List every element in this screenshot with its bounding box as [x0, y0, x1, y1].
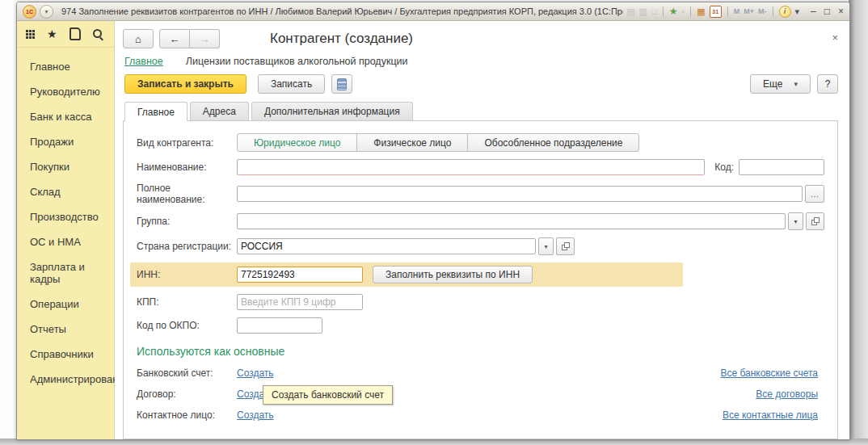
sidebar-item-prodazhi[interactable]: Продажи	[17, 129, 114, 154]
sidebar-item-otchety[interactable]: Отчеты	[17, 317, 114, 342]
breadcrumb: Главное Лицензии поставщиков алкогольной…	[124, 56, 838, 67]
tab-glavnoe[interactable]: Главное	[124, 102, 188, 121]
okpo-label: Код по ОКПО:	[137, 320, 237, 331]
sidebar-item-operacii[interactable]: Операции	[17, 292, 114, 317]
create-contact-person-link[interactable]: Создать	[237, 409, 274, 421]
group-dropdown-icon[interactable]: ▾	[788, 212, 803, 230]
tab-dop-informaciya[interactable]: Дополнительная информация	[251, 102, 413, 120]
database-button[interactable]	[331, 74, 352, 94]
history-nav: ← →	[159, 29, 220, 48]
history-icon[interactable]	[70, 27, 81, 40]
more-button-label: Еще	[763, 78, 782, 90]
save-button[interactable]: Записать	[258, 74, 325, 94]
all-contact-persons-link[interactable]: Все контактные лица	[723, 409, 818, 421]
page-title: Контрагент (создание)	[270, 31, 413, 47]
sidebar-item-sklad[interactable]: Склад	[17, 179, 114, 204]
titlebar-toolbar: ▤ ▥ □ ★ ▫ ▦ 31 M M+ M- i ▾	[626, 6, 799, 18]
more-button[interactable]: Еще ▾	[750, 74, 811, 94]
main-usage-heading: Используются как основные	[137, 345, 824, 358]
group-row: Группа: ▾	[137, 212, 824, 230]
country-field[interactable]	[237, 238, 536, 254]
favorites-icon[interactable]: ★	[47, 28, 57, 40]
toolbar-separator	[663, 6, 664, 17]
sidebar-item-administrirovanie[interactable]: Администрирование	[17, 367, 114, 392]
forward-button: →	[190, 29, 220, 48]
1c-logo-icon: 1С	[23, 5, 36, 19]
info-dropdown-icon[interactable]: ▾	[795, 7, 800, 16]
print-icon: ▥	[639, 7, 647, 16]
form-area: × ⌂ ← → Контрагент (создание) Главное Ли…	[115, 21, 849, 439]
full-name-row: Полное наименование: …	[137, 183, 824, 205]
memory-m-button: M	[734, 7, 740, 15]
code-field[interactable]	[739, 159, 824, 175]
group-label: Группа:	[137, 216, 237, 227]
contract-label: Договор:	[137, 388, 237, 400]
okpo-row: Код по ОКПО:	[137, 317, 824, 334]
group-field[interactable]	[237, 213, 786, 229]
kind-segmented-control: Юридическое лицо Физическое лицо Обособл…	[237, 133, 639, 152]
save-and-close-button[interactable]: Записать и закрыть	[124, 74, 246, 94]
fill-by-inn-button[interactable]: Заполнить реквизиты по ИНН	[373, 266, 533, 283]
back-button[interactable]: ←	[159, 29, 190, 48]
home-button[interactable]: ⌂	[123, 29, 154, 48]
save-icon: ▤	[626, 7, 634, 16]
toolbar-separator	[773, 6, 773, 17]
sidebar-item-proizvodstvo[interactable]: Производство	[17, 204, 114, 229]
kind-option-legal-entity[interactable]: Юридическое лицо	[237, 133, 357, 152]
sidebar-item-zarplata-i-kadry[interactable]: Зарплата и кадры	[17, 254, 114, 292]
inn-label: ИНН:	[137, 269, 237, 280]
all-contracts-link[interactable]: Все договоры	[756, 388, 818, 400]
chevron-down-icon: ▾	[794, 80, 798, 88]
full-name-field[interactable]	[237, 186, 803, 202]
kind-label: Вид контрагента:	[137, 137, 237, 149]
kpp-row: КПП:	[137, 294, 824, 310]
close-button[interactable]: ×	[838, 6, 844, 16]
country-label: Страна регистрации:	[137, 241, 237, 252]
kind-option-individual[interactable]: Физическое лицо	[356, 133, 468, 152]
favorites-star-icon[interactable]: ★	[669, 6, 678, 16]
contact-person-row: Контактное лицо: Создать Все контактные …	[137, 409, 824, 421]
menu-grid-icon[interactable]	[26, 30, 28, 32]
help-button[interactable]: ?	[817, 74, 838, 94]
main-section-link[interactable]: Главное	[124, 56, 163, 67]
ellipsis-button[interactable]: …	[805, 185, 824, 203]
sidebar-item-bank-i-kassa[interactable]: Банк и касса	[17, 104, 114, 129]
name-field[interactable]	[237, 159, 705, 175]
sections-sidebar: ★ Главное Руководителю Банк и касса Прод…	[17, 21, 115, 439]
minimize-button[interactable]: –	[811, 6, 816, 16]
search-icon[interactable]	[93, 29, 103, 40]
sidebar-item-rukovoditelyu[interactable]: Руководителю	[17, 79, 114, 104]
kpp-field[interactable]	[237, 294, 363, 310]
sidebar-items: Главное Руководителю Банк и касса Продаж…	[17, 48, 114, 392]
all-bank-accounts-link[interactable]: Все банковские счета	[720, 367, 818, 379]
calculator-icon[interactable]: ▦	[697, 7, 705, 16]
window-title: 974 Заполнение реквизитов контрагентов п…	[61, 6, 623, 16]
sidebar-item-os-i-nma[interactable]: ОС и НМА	[17, 229, 114, 254]
sidebar-item-spravochniki[interactable]: Справочники	[17, 342, 114, 367]
country-open-button[interactable]	[556, 237, 575, 255]
inn-row-highlighted: ИНН: Заполнить реквизиты по ИНН	[130, 262, 683, 287]
form-tabs: Главное Адреса Дополнительная информация	[124, 102, 838, 120]
kind-row: Вид контрагента: Юридическое лицо Физиче…	[137, 133, 824, 152]
app-window: 1С ▾ 974 Заполнение реквизитов контраген…	[16, 2, 850, 440]
sidebar-item-glavnoe[interactable]: Главное	[17, 54, 114, 79]
sidebar-item-pokupki[interactable]: Покупки	[17, 154, 114, 179]
inn-field[interactable]	[237, 267, 363, 283]
name-row: Наименование: Код:	[137, 159, 824, 175]
country-dropdown-icon[interactable]: ▾	[538, 237, 554, 255]
maximize-button[interactable]: □	[824, 6, 830, 16]
system-menu-button[interactable]: ▾	[40, 5, 53, 19]
tab-adresa[interactable]: Адреса	[190, 102, 249, 120]
form-close-icon[interactable]: ×	[832, 32, 838, 43]
kind-option-separate-division[interactable]: Обособленное подразделение	[467, 133, 639, 152]
group-open-button[interactable]	[806, 212, 824, 230]
sidebar-toolbar: ★	[17, 21, 114, 48]
calendar-icon[interactable]: 31	[710, 6, 722, 18]
create-bank-account-link[interactable]: Создать	[237, 367, 274, 379]
okpo-field[interactable]	[237, 317, 322, 334]
database-icon	[337, 78, 347, 90]
window-controls: – □ ×	[811, 6, 844, 16]
licenses-link[interactable]: Лицензии поставщиков алкогольной продукц…	[186, 56, 408, 67]
toolbar-separator	[690, 6, 691, 17]
info-icon[interactable]: i	[779, 6, 791, 18]
